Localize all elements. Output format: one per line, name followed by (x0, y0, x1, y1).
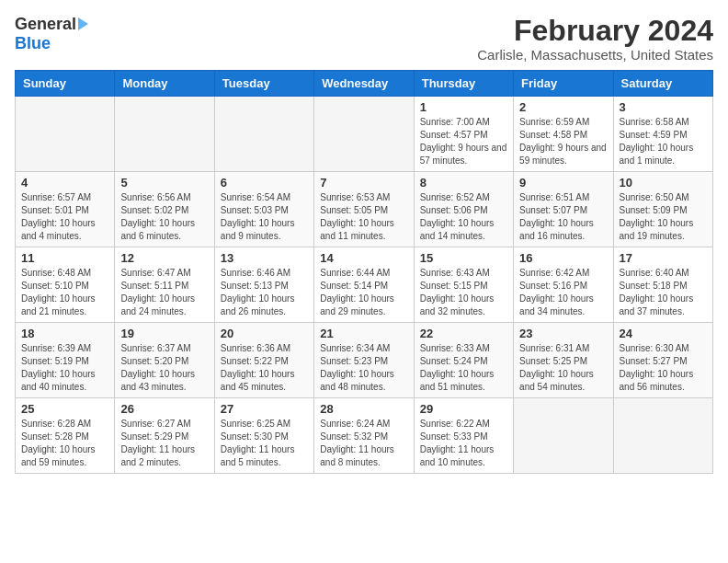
day-number: 15 (420, 251, 507, 265)
day-info: Sunrise: 6:39 AM Sunset: 5:19 PM Dayligh… (21, 342, 108, 394)
day-number: 10 (620, 176, 707, 190)
day-info: Sunrise: 6:42 AM Sunset: 5:16 PM Dayligh… (519, 267, 607, 318)
day-number: 23 (519, 327, 607, 340)
table-row: 5Sunrise: 6:56 AM Sunset: 5:02 PM Daylig… (115, 172, 214, 247)
day-info: Sunrise: 6:28 AM Sunset: 5:28 PM Dayligh… (21, 418, 108, 469)
logo-chevron-icon (78, 17, 88, 30)
day-number: 14 (320, 251, 407, 265)
calendar-table: Sunday Monday Tuesday Wednesday Thursday… (15, 70, 713, 474)
day-number: 8 (420, 176, 507, 190)
table-row: 1Sunrise: 7:00 AM Sunset: 4:57 PM Daylig… (414, 97, 513, 172)
day-info: Sunrise: 6:58 AM Sunset: 4:59 PM Dayligh… (620, 116, 707, 167)
day-info: Sunrise: 6:50 AM Sunset: 5:09 PM Dayligh… (620, 191, 707, 243)
table-row: 17Sunrise: 6:40 AM Sunset: 5:18 PM Dayli… (613, 247, 712, 323)
day-info: Sunrise: 6:57 AM Sunset: 5:01 PM Dayligh… (21, 191, 108, 243)
table-row: 6Sunrise: 6:54 AM Sunset: 5:03 PM Daylig… (214, 172, 313, 247)
day-number: 17 (620, 251, 707, 265)
day-number: 3 (620, 100, 707, 114)
day-number: 27 (221, 402, 308, 416)
table-row (314, 97, 414, 172)
table-row (115, 97, 214, 172)
day-info: Sunrise: 6:59 AM Sunset: 4:58 PM Dayligh… (519, 116, 607, 167)
table-row: 24Sunrise: 6:30 AM Sunset: 5:27 PM Dayli… (613, 323, 712, 398)
header-tuesday: Tuesday (214, 71, 313, 97)
calendar-week-1: 1Sunrise: 7:00 AM Sunset: 4:57 PM Daylig… (16, 97, 713, 172)
day-number: 29 (420, 402, 507, 416)
table-row: 18Sunrise: 6:39 AM Sunset: 5:19 PM Dayli… (16, 323, 115, 398)
table-row: 21Sunrise: 6:34 AM Sunset: 5:23 PM Dayli… (314, 323, 414, 398)
table-row: 16Sunrise: 6:42 AM Sunset: 5:16 PM Dayli… (514, 247, 613, 323)
header-sunday: Sunday (16, 71, 115, 97)
page-title: February 2024 (477, 15, 713, 47)
table-row: 11Sunrise: 6:48 AM Sunset: 5:10 PM Dayli… (16, 247, 115, 323)
day-number: 5 (120, 176, 208, 190)
table-row: 2Sunrise: 6:59 AM Sunset: 4:58 PM Daylig… (514, 97, 613, 172)
table-row (514, 398, 613, 474)
table-row: 12Sunrise: 6:47 AM Sunset: 5:11 PM Dayli… (115, 247, 214, 323)
header-friday: Friday (514, 71, 613, 97)
calendar-header-row: Sunday Monday Tuesday Wednesday Thursday… (16, 71, 713, 97)
table-row: 22Sunrise: 6:33 AM Sunset: 5:24 PM Dayli… (414, 323, 513, 398)
table-row: 14Sunrise: 6:44 AM Sunset: 5:14 PM Dayli… (314, 247, 414, 323)
table-row: 28Sunrise: 6:24 AM Sunset: 5:32 PM Dayli… (314, 398, 414, 474)
day-number: 7 (320, 176, 407, 190)
day-number: 2 (519, 100, 607, 114)
day-number: 28 (320, 402, 407, 416)
table-row: 4Sunrise: 6:57 AM Sunset: 5:01 PM Daylig… (16, 172, 115, 247)
day-info: Sunrise: 6:44 AM Sunset: 5:14 PM Dayligh… (320, 267, 407, 318)
table-row: 3Sunrise: 6:58 AM Sunset: 4:59 PM Daylig… (613, 97, 712, 172)
day-info: Sunrise: 6:52 AM Sunset: 5:06 PM Dayligh… (420, 191, 507, 243)
header-saturday: Saturday (613, 71, 712, 97)
day-number: 13 (221, 251, 308, 265)
calendar-week-4: 18Sunrise: 6:39 AM Sunset: 5:19 PM Dayli… (16, 323, 713, 398)
table-row: 26Sunrise: 6:27 AM Sunset: 5:29 PM Dayli… (115, 398, 214, 474)
table-row: 19Sunrise: 6:37 AM Sunset: 5:20 PM Dayli… (115, 323, 214, 398)
header-wednesday: Wednesday (314, 71, 414, 97)
calendar-week-2: 4Sunrise: 6:57 AM Sunset: 5:01 PM Daylig… (16, 172, 713, 247)
day-info: Sunrise: 7:00 AM Sunset: 4:57 PM Dayligh… (420, 116, 507, 167)
day-number: 21 (320, 327, 407, 340)
day-number: 9 (519, 176, 607, 190)
logo: General Blue (15, 15, 88, 53)
day-info: Sunrise: 6:37 AM Sunset: 5:20 PM Dayligh… (120, 342, 208, 394)
day-info: Sunrise: 6:33 AM Sunset: 5:24 PM Dayligh… (420, 342, 507, 394)
table-row: 15Sunrise: 6:43 AM Sunset: 5:15 PM Dayli… (414, 247, 513, 323)
day-info: Sunrise: 6:56 AM Sunset: 5:02 PM Dayligh… (120, 191, 208, 243)
day-info: Sunrise: 6:25 AM Sunset: 5:30 PM Dayligh… (221, 418, 308, 469)
table-row: 10Sunrise: 6:50 AM Sunset: 5:09 PM Dayli… (613, 172, 712, 247)
header-monday: Monday (115, 71, 214, 97)
day-info: Sunrise: 6:22 AM Sunset: 5:33 PM Dayligh… (420, 418, 507, 469)
day-info: Sunrise: 6:36 AM Sunset: 5:22 PM Dayligh… (221, 342, 308, 394)
table-row: 27Sunrise: 6:25 AM Sunset: 5:30 PM Dayli… (214, 398, 313, 474)
day-info: Sunrise: 6:43 AM Sunset: 5:15 PM Dayligh… (420, 267, 507, 318)
day-number: 20 (221, 327, 308, 340)
day-info: Sunrise: 6:40 AM Sunset: 5:18 PM Dayligh… (620, 267, 707, 318)
table-row: 25Sunrise: 6:28 AM Sunset: 5:28 PM Dayli… (16, 398, 115, 474)
logo-blue-text: Blue (15, 34, 51, 52)
table-row: 13Sunrise: 6:46 AM Sunset: 5:13 PM Dayli… (214, 247, 313, 323)
day-info: Sunrise: 6:54 AM Sunset: 5:03 PM Dayligh… (221, 191, 308, 243)
day-number: 12 (120, 251, 208, 265)
day-number: 24 (620, 327, 707, 340)
day-info: Sunrise: 6:34 AM Sunset: 5:23 PM Dayligh… (320, 342, 407, 394)
calendar-week-5: 25Sunrise: 6:28 AM Sunset: 5:28 PM Dayli… (16, 398, 713, 474)
day-number: 1 (420, 100, 507, 114)
day-info: Sunrise: 6:30 AM Sunset: 5:27 PM Dayligh… (620, 342, 707, 394)
day-info: Sunrise: 6:24 AM Sunset: 5:32 PM Dayligh… (320, 418, 407, 469)
table-row: 9Sunrise: 6:51 AM Sunset: 5:07 PM Daylig… (514, 172, 613, 247)
day-number: 6 (221, 176, 308, 190)
table-row: 7Sunrise: 6:53 AM Sunset: 5:05 PM Daylig… (314, 172, 414, 247)
page-subtitle: Carlisle, Massachusetts, United States (477, 47, 713, 63)
day-number: 19 (120, 327, 208, 340)
day-info: Sunrise: 6:51 AM Sunset: 5:07 PM Dayligh… (519, 191, 607, 243)
day-number: 26 (120, 402, 208, 416)
day-info: Sunrise: 6:31 AM Sunset: 5:25 PM Dayligh… (519, 342, 607, 394)
table-row (16, 97, 115, 172)
page-header: General Blue February 2024 Carlisle, Mas… (15, 15, 713, 63)
logo-general-text: General (15, 15, 76, 34)
day-info: Sunrise: 6:46 AM Sunset: 5:13 PM Dayligh… (221, 267, 308, 318)
table-row: 29Sunrise: 6:22 AM Sunset: 5:33 PM Dayli… (414, 398, 513, 474)
day-info: Sunrise: 6:48 AM Sunset: 5:10 PM Dayligh… (21, 267, 108, 318)
title-block: February 2024 Carlisle, Massachusetts, U… (477, 15, 713, 63)
header-thursday: Thursday (414, 71, 513, 97)
